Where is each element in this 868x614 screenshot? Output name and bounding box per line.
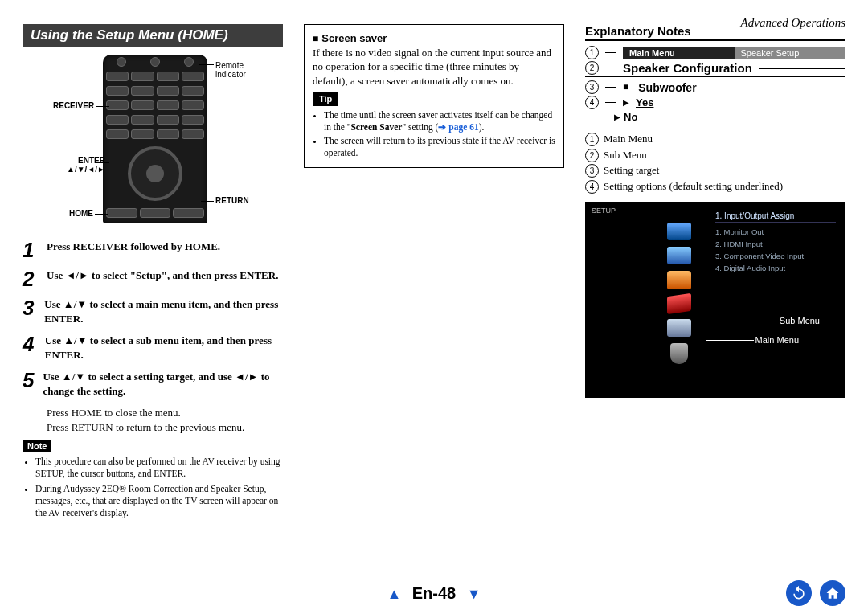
tv-menu-item: 1. Monitor Out: [715, 226, 836, 238]
step-num: 3: [23, 297, 36, 325]
tv-callout-mainmenu: Main Menu: [755, 335, 799, 345]
tv-device-icon: [667, 247, 691, 264]
step-num: 1: [23, 239, 39, 260]
screensaver-box: ■Screen saver If there is no video signa…: [304, 24, 564, 168]
tv-menu-item: 3. Component Video Input: [715, 250, 836, 262]
tv-screenshot: SETUP 1. Input/Output Assign 1. Monitor …: [585, 202, 845, 398]
page-link[interactable]: ➔ page 61: [438, 122, 478, 132]
circled-3-icon: 3: [585, 80, 599, 94]
label-return: RETURN: [215, 196, 249, 205]
circled-2-icon: 2: [585, 61, 599, 75]
tv-menu-title: 1. Input/Output Assign: [715, 211, 836, 223]
tv-device-icon: [667, 319, 691, 337]
label-receiver: RECEIVER: [53, 101, 94, 110]
square-bullet-icon: ■: [313, 33, 318, 44]
triangle-icon: ▶: [623, 98, 629, 107]
circled-1-icon: 1: [585, 46, 599, 59]
tv-callout-submenu: Sub Menu: [780, 316, 820, 325]
step-text: Use ▲/▼ to select a main menu item, and …: [44, 297, 283, 325]
tip-label: Tip: [313, 92, 338, 106]
breadcrumb: Advanced Operations: [741, 16, 845, 30]
label-home: HOME: [69, 209, 93, 218]
circled-3-icon: 3: [585, 164, 599, 178]
legend-list: 1Main Menu 2Sub Menu 3Setting target 4Se…: [585, 131, 845, 194]
tv-lock-icon: [670, 343, 688, 364]
section-title: Using the Setup Menu (HOME): [23, 24, 283, 47]
speaker-config-label: Speaker Configuration: [623, 61, 752, 75]
step-num: 4: [23, 334, 37, 362]
step-after-1: Press HOME to close the menu.: [47, 406, 283, 420]
tv-menu-item: 2. HDMI Input: [715, 238, 836, 250]
circled-4-icon: 4: [585, 180, 599, 194]
step-num: 2: [23, 268, 39, 289]
menu-bar-main: Main Menu: [623, 47, 735, 59]
tv-device-icon: [667, 293, 691, 314]
remote-diagram: Remote indicator RECEIVER ENTER ▲/▼/◄/► …: [23, 55, 283, 231]
note-item: During Audyssey 2EQ® Room Correction and…: [35, 483, 283, 519]
page-footer: ▲ En-48 ▼: [0, 584, 868, 603]
note-item: This procedure can also be performed on …: [35, 456, 283, 480]
home-icon[interactable]: [820, 580, 845, 606]
tip-item: The screen will return to its previous s…: [324, 135, 555, 159]
circled-4-icon: 4: [585, 96, 599, 109]
page-number: En-48: [412, 584, 456, 602]
note-list: This procedure can also be performed on …: [23, 456, 283, 519]
circled-1-icon: 1: [585, 133, 599, 146]
tv-menu-item: 4. Digital Audio Input: [715, 262, 836, 274]
triangle-icon: ▶: [614, 113, 620, 121]
label-enter-arrows: ENTER ▲/▼/◄/►: [67, 156, 105, 174]
tv-setup-label: SETUP: [592, 207, 616, 215]
step-after-2: Press RETURN to return to the previous m…: [47, 420, 283, 435]
option-no: No: [624, 111, 637, 123]
back-icon[interactable]: [786, 580, 812, 606]
step-text: Use ◄/► to select "Setup", and then pres…: [47, 268, 278, 289]
label-remote-indicator: Remote indicator: [215, 61, 264, 79]
box-title: Screen saver: [321, 32, 387, 44]
tv-device-icon: [667, 271, 691, 289]
step-text: Use ▲/▼ to select a sub menu item, and t…: [45, 334, 283, 362]
option-yes: Yes: [636, 96, 653, 108]
steps-list: 1Press RECEIVER followed by HOME. 2Use ◄…: [23, 239, 283, 398]
prev-page-icon[interactable]: ▲: [387, 586, 401, 603]
subwoofer-label: Subwoofer: [638, 81, 696, 94]
tip-item: The time until the screen saver activate…: [324, 109, 555, 133]
note-label: Note: [23, 440, 51, 452]
tv-device-icon: [667, 223, 691, 240]
box-body: If there is no video signal on the curre…: [313, 46, 555, 88]
step-text: Use ▲/▼ to select a setting target, and …: [43, 370, 283, 398]
circled-2-icon: 2: [585, 149, 599, 162]
square-bullet-icon: ■: [623, 81, 628, 93]
step-num: 5: [23, 370, 35, 398]
step-text: Press RECEIVER followed by HOME.: [47, 239, 220, 260]
menu-bar-speaker: Speaker Setup: [735, 47, 846, 59]
next-page-icon[interactable]: ▼: [467, 586, 481, 603]
